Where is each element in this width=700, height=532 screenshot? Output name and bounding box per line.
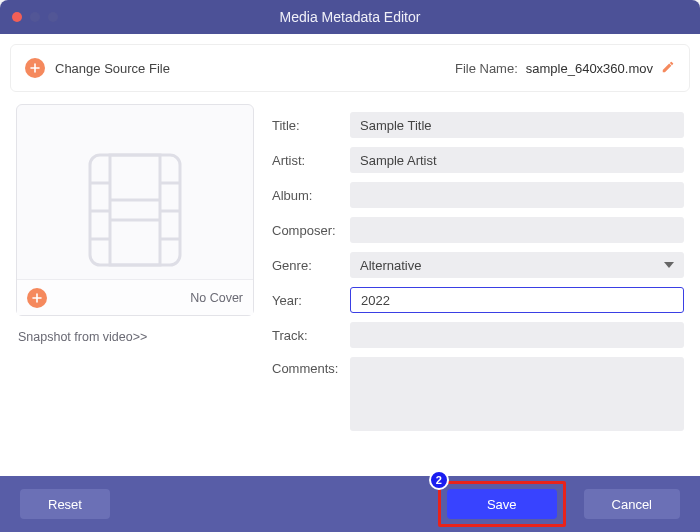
title-label: Title: xyxy=(272,118,350,133)
cover-column: No Cover Snapshot from video>> xyxy=(16,104,254,440)
filename-value: sample_640x360.mov xyxy=(526,61,653,76)
genre-row: Genre: Alternative xyxy=(272,252,684,278)
save-button[interactable]: Save xyxy=(447,489,557,519)
track-input[interactable] xyxy=(350,322,684,348)
cover-preview: No Cover xyxy=(16,104,254,316)
genre-select[interactable]: Alternative xyxy=(350,252,684,278)
album-label: Album: xyxy=(272,188,350,203)
year-label: Year: xyxy=(272,293,350,308)
step-badge: 2 xyxy=(429,470,449,490)
comments-input[interactable] xyxy=(350,357,684,431)
footer-right-group: 2 Save Cancel xyxy=(438,481,680,527)
content-area: Change Source File File Name: sample_640… xyxy=(0,34,700,440)
add-cover-button[interactable] xyxy=(27,288,47,308)
plus-icon xyxy=(25,58,45,78)
artist-row: Artist: xyxy=(272,147,684,173)
title-row: Title: xyxy=(272,112,684,138)
composer-label: Composer: xyxy=(272,223,350,238)
artist-input[interactable] xyxy=(350,147,684,173)
film-placeholder-icon xyxy=(80,145,190,275)
genre-label: Genre: xyxy=(272,258,350,273)
window-title: Media Metadata Editor xyxy=(0,9,700,25)
cover-bottom-bar: No Cover xyxy=(17,279,253,315)
save-highlight-box: 2 Save xyxy=(438,481,566,527)
album-input[interactable] xyxy=(350,182,684,208)
year-input[interactable] xyxy=(350,287,684,313)
composer-row: Composer: xyxy=(272,217,684,243)
no-cover-label: No Cover xyxy=(190,291,243,305)
window: Media Metadata Editor Change Source File… xyxy=(0,0,700,532)
chevron-down-icon xyxy=(664,262,674,268)
genre-value: Alternative xyxy=(360,258,421,273)
change-source-button[interactable]: Change Source File xyxy=(25,58,170,78)
cancel-button[interactable]: Cancel xyxy=(584,489,680,519)
main-area: No Cover Snapshot from video>> Title: Ar… xyxy=(10,104,690,440)
filename-block: File Name: sample_640x360.mov xyxy=(455,60,675,77)
svg-rect-1 xyxy=(110,155,160,265)
change-source-label: Change Source File xyxy=(55,61,170,76)
snapshot-from-video-link[interactable]: Snapshot from video>> xyxy=(16,330,254,344)
edit-filename-icon[interactable] xyxy=(661,60,675,77)
filename-label: File Name: xyxy=(455,61,518,76)
titlebar: Media Metadata Editor xyxy=(0,0,700,34)
header-bar: Change Source File File Name: sample_640… xyxy=(10,44,690,92)
track-row: Track: xyxy=(272,322,684,348)
title-input[interactable] xyxy=(350,112,684,138)
album-row: Album: xyxy=(272,182,684,208)
artist-label: Artist: xyxy=(272,153,350,168)
reset-button[interactable]: Reset xyxy=(20,489,110,519)
form-column: Title: Artist: Album: Composer: Genre: xyxy=(272,104,684,440)
comments-label: Comments: xyxy=(272,357,350,376)
footer-bar: Reset 2 Save Cancel xyxy=(0,476,700,532)
track-label: Track: xyxy=(272,328,350,343)
year-row: Year: xyxy=(272,287,684,313)
composer-input[interactable] xyxy=(350,217,684,243)
comments-row: Comments: xyxy=(272,357,684,431)
